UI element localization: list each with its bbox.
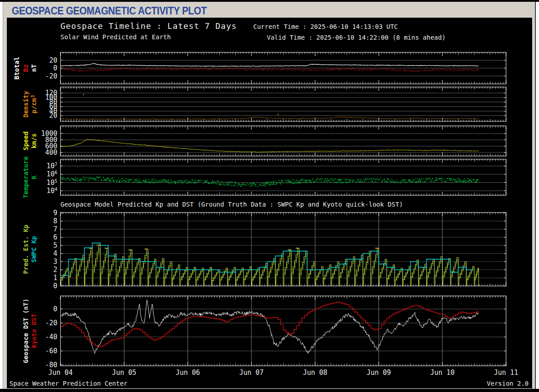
panel-kp: 9876543210Pred. Est. KpSWPC Kp bbox=[22, 209, 506, 290]
geospace-plot-image: 200-20BtotalBznT12010080604020Densityp/c… bbox=[6, 17, 533, 389]
axis-label-temperature: K bbox=[30, 175, 37, 179]
panel-dst: 0-20-40-60-80Geospace DST (nT)Kyoto DST bbox=[22, 296, 506, 369]
axis-label-kp: SWPC Kp bbox=[30, 236, 37, 263]
footer-swpc-label: Space Weather Prediction Center bbox=[9, 380, 127, 387]
plot-title: Geospace Timeline : Latest 7 Days bbox=[60, 21, 237, 31]
y-tick-label: 0 bbox=[53, 64, 57, 72]
solar-wind-subtitle: Solar Wind Predicted at Earth bbox=[60, 33, 171, 41]
page-title: GEOSPACE GEOMAGNETIC ACTIVITY PLOT bbox=[12, 5, 207, 17]
y-tick-label: 6 bbox=[53, 233, 57, 241]
y-tick-label: 104 bbox=[46, 187, 57, 195]
series-speed bbox=[60, 139, 479, 152]
panel-solar-wind-b: 200-20BtotalBznT bbox=[13, 52, 506, 84]
axis-label-dst: Kyoto DST bbox=[30, 314, 37, 348]
x-tick-label: Jun 11 bbox=[494, 369, 518, 377]
axis-label-kp: Pred. Est. Kp bbox=[22, 225, 29, 274]
y-tick-label: 5 bbox=[53, 241, 57, 249]
series-temperature-scatter bbox=[61, 176, 479, 187]
y-tick-label: 20 bbox=[49, 111, 57, 120]
series-btotal bbox=[60, 64, 479, 67]
series-swpc-kp bbox=[60, 243, 473, 276]
footer-version-label: Version 2.0 bbox=[487, 380, 529, 387]
y-tick-label: 105 bbox=[46, 179, 57, 187]
series-bz bbox=[60, 68, 479, 72]
geospace-activity-page: GEOSPACE GEOMAGNETIC ACTIVITY PLOT 200-2… bbox=[0, 0, 539, 392]
panel-speed: 1000800600400Speedkm/s bbox=[22, 126, 506, 157]
y-tick-label: -20 bbox=[45, 72, 57, 80]
right-gutter bbox=[536, 2, 539, 389]
axis-label-solar-wind-b: nT bbox=[30, 65, 37, 72]
y-tick-label: 20 bbox=[49, 56, 57, 65]
series-geospace-dst bbox=[60, 300, 479, 354]
panel-density: 12010080604020Densityp/cm3 bbox=[22, 87, 506, 121]
valid-time-label: Valid Time : 2025-06-10 14:22:00 (8 mins… bbox=[267, 34, 446, 41]
y-tick-label: 0 bbox=[53, 282, 57, 290]
y-tick-label: -40 bbox=[45, 333, 57, 341]
y-tick-label: 400 bbox=[45, 148, 57, 157]
y-tick-label: 8 bbox=[53, 217, 57, 225]
x-tick-label: Jun 07 bbox=[239, 369, 264, 377]
y-tick-label: 2 bbox=[53, 266, 57, 274]
y-tick-label: 106 bbox=[46, 170, 57, 178]
series-pred-est-kp bbox=[60, 245, 479, 286]
axis-label-dst: Geospace DST (nT) bbox=[22, 299, 29, 363]
y-tick-label: 1 bbox=[53, 274, 57, 282]
tick-marks bbox=[60, 87, 506, 121]
y-tick-label: 0 bbox=[53, 305, 57, 313]
axis-label-solar-wind-b: Bz bbox=[22, 65, 29, 72]
bottom-border bbox=[0, 389, 539, 392]
series-density bbox=[60, 117, 479, 120]
y-tick-label: -20 bbox=[45, 319, 57, 327]
axis-label-density: Density bbox=[22, 91, 29, 118]
left-gutter bbox=[0, 2, 3, 389]
y-tick-label: 7 bbox=[53, 225, 57, 233]
y-tick-label: 9 bbox=[53, 209, 57, 217]
top-border bbox=[0, 0, 539, 2]
x-tick-label: Jun 09 bbox=[367, 369, 391, 377]
y-tick-label: 4 bbox=[53, 249, 57, 258]
tick-marks bbox=[60, 296, 506, 366]
current-time-label: Current Time : 2025-06-10 14:13:03 UTC bbox=[253, 23, 398, 30]
x-tick-label: Jun 08 bbox=[303, 369, 327, 377]
y-tick-label: 107 bbox=[46, 162, 57, 170]
axis-label-speed: Speed bbox=[22, 131, 29, 150]
tick-marks bbox=[60, 159, 506, 195]
x-tick-label: Jun 05 bbox=[112, 369, 136, 377]
axis-label-temperature: Temperature bbox=[22, 157, 29, 198]
y-tick-label: 3 bbox=[53, 258, 57, 266]
x-tick-label: Jun 10 bbox=[430, 369, 455, 377]
panel-temperature: 107106105104TemperatureK bbox=[22, 157, 506, 198]
kp-dst-section-title: Geospace Model Predicted Kp and DST (Gro… bbox=[60, 201, 403, 208]
axis-label-density: p/cm3 bbox=[30, 95, 37, 114]
x-tick-label: Jun 06 bbox=[176, 369, 200, 377]
y-tick-label: -60 bbox=[45, 347, 57, 355]
axis-label-solar-wind-b: Btotal bbox=[13, 57, 20, 80]
x-tick-label: Jun 04 bbox=[48, 369, 73, 377]
y-tick-label: -80 bbox=[45, 361, 57, 369]
axis-label-speed: km/s bbox=[30, 134, 37, 149]
